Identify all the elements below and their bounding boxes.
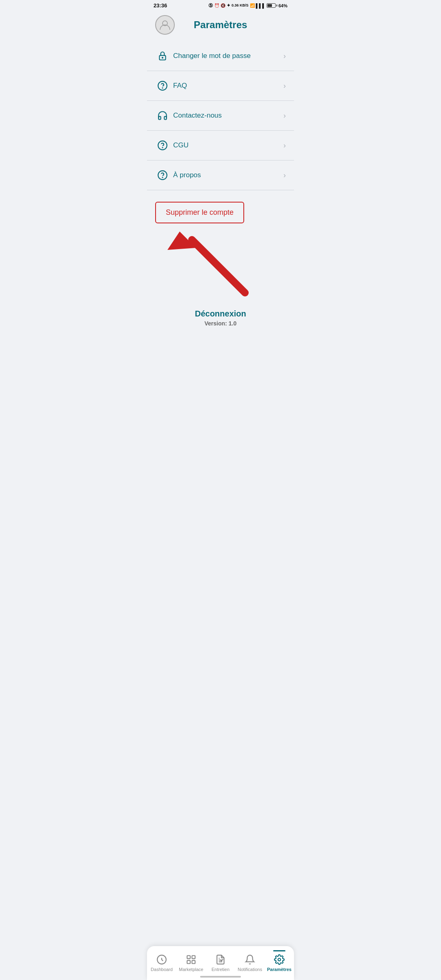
menu-item-faq[interactable]: FAQ › <box>147 71 294 101</box>
page-title: Paramètres <box>175 19 266 31</box>
delete-account-section: Supprimer le compte <box>147 194 294 227</box>
chevron-icon-cgu: › <box>283 141 286 150</box>
status-time: 23:36 <box>154 2 167 9</box>
menu-item-cgu[interactable]: CGU › <box>147 131 294 160</box>
svg-point-8 <box>162 177 163 178</box>
status-bar: 23:36 ⑤ ⏰ 🔇 ✦ 0.36 KB/S 📶 ▌▌▌ 64% <box>147 0 294 10</box>
bottom-section: Déconnexion Version: 1.0 <box>147 301 294 331</box>
chevron-icon-about: › <box>283 171 286 180</box>
battery-percent: 64% <box>278 3 287 8</box>
menu-label-contact: Contactez-nous <box>173 111 283 120</box>
svg-line-10 <box>192 240 245 293</box>
arrow-annotation <box>155 227 286 301</box>
svg-point-6 <box>162 147 163 148</box>
avatar-icon <box>158 18 172 31</box>
wifi-icon: 📶 <box>250 3 255 8</box>
chevron-icon-password: › <box>283 52 286 60</box>
arrow-svg <box>155 227 286 301</box>
faq-icon <box>155 78 170 93</box>
delete-account-button[interactable]: Supprimer le compte <box>155 202 244 223</box>
menu-label-password: Changer le mot de passe <box>173 52 283 60</box>
network-speed: 0.36 KB/S <box>232 4 249 8</box>
logout-label[interactable]: Déconnexion <box>147 309 294 318</box>
menu-label-faq: FAQ <box>173 82 283 90</box>
menu-item-contact[interactable]: Contactez-nous › <box>147 101 294 131</box>
avatar[interactable] <box>155 15 175 35</box>
status-icons: ⑤ ⏰ 🔇 ✦ 0.36 KB/S 📶 ▌▌▌ 64% <box>208 2 287 9</box>
version-label: Version: 1.0 <box>147 320 294 327</box>
signal-icon: ▌▌▌ <box>256 3 265 8</box>
mute-icon: 🔇 <box>220 3 225 8</box>
menu-item-password[interactable]: Changer le mot de passe › <box>147 41 294 71</box>
cgu-icon <box>155 138 170 153</box>
menu-label-cgu: CGU <box>173 141 283 149</box>
bluetooth-icon: ✦ <box>227 3 230 8</box>
lock-icon <box>155 49 170 63</box>
settings-menu: Changer le mot de passe › FAQ › <box>147 41 294 190</box>
page-header: Paramètres <box>147 10 294 41</box>
menu-item-about[interactable]: À propos › <box>147 160 294 190</box>
chevron-icon-faq: › <box>283 82 286 90</box>
chevron-icon-contact: › <box>283 111 286 120</box>
menu-label-about: À propos <box>173 171 283 179</box>
about-icon <box>155 168 170 183</box>
svg-point-4 <box>162 88 163 88</box>
signal-s-icon: ⑤ <box>208 2 213 9</box>
headphones-icon <box>155 108 170 123</box>
svg-point-2 <box>162 57 163 58</box>
alarm-icon: ⏰ <box>214 3 219 8</box>
battery-indicator <box>267 3 277 8</box>
